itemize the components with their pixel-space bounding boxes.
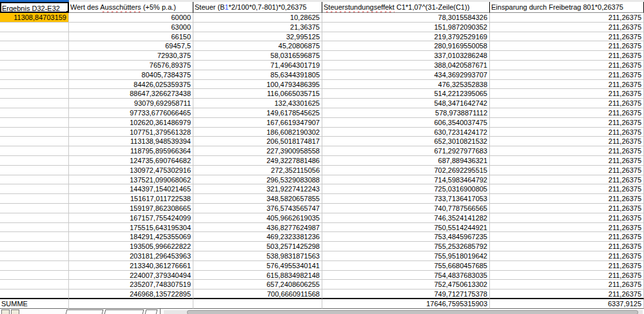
cell-value[interactable]: 434,3692993707 xyxy=(322,70,490,80)
cell-value[interactable]: 151,9872090352 xyxy=(322,23,490,32)
cell-value[interactable]: 246968,135722895 xyxy=(69,289,193,299)
cell-value[interactable]: 337,0103286248 xyxy=(322,51,490,61)
horizontal-scrollbar-thumb[interactable] xyxy=(187,310,638,314)
cell-value[interactable]: 755,2532685792 xyxy=(322,242,490,251)
cell-empty[interactable] xyxy=(0,204,69,213)
cell-value[interactable]: 578,9738871112 xyxy=(322,108,490,118)
cell-empty[interactable] xyxy=(0,232,69,242)
cell-value[interactable]: 80405,7384375 xyxy=(69,70,193,80)
cell-value[interactable]: 211,26375 xyxy=(490,23,644,32)
cell-value[interactable]: 615,8834982148 xyxy=(193,271,322,280)
cell-value[interactable]: 227,3900958558 xyxy=(193,146,322,156)
cell-value[interactable]: 211,26375 xyxy=(490,32,644,42)
cell-value[interactable]: 88647,3266273438 xyxy=(69,89,193,99)
cell-empty[interactable] xyxy=(0,23,69,32)
cell-value[interactable]: 725,0316900805 xyxy=(322,184,490,194)
cell-value[interactable]: 211,26375 xyxy=(490,137,644,146)
cell-empty[interactable] xyxy=(69,299,193,309)
cell-value[interactable]: 102620,361486979 xyxy=(69,118,193,128)
cell-value[interactable]: 576,4955340141 xyxy=(193,261,322,271)
cell-value[interactable]: 211,26375 xyxy=(490,89,644,99)
cell-value[interactable]: 144397,154021465 xyxy=(69,184,193,194)
cell-value[interactable]: 78,3015584326 xyxy=(322,13,490,23)
cell-value[interactable]: 167,6619347907 xyxy=(193,118,322,128)
cell-value[interactable]: 193505,996622822 xyxy=(69,242,193,251)
cell-value[interactable]: 107751,379561328 xyxy=(69,128,193,137)
cell-value[interactable]: 63000 xyxy=(69,23,193,32)
sheet-tab-scroll-button[interactable] xyxy=(1,309,10,314)
cell-value[interactable]: 184291,425355069 xyxy=(69,232,193,242)
cell-value[interactable]: 167157,755424099 xyxy=(69,213,193,223)
cell-stundung-header[interactable]: Steuerstundungseffekt C1*1,07^(31-Zeile(… xyxy=(322,2,490,13)
cell-value[interactable]: 211,26375 xyxy=(490,99,644,108)
cell-value[interactable]: 32,995125 xyxy=(193,32,322,42)
cell-value[interactable]: 130972,475302916 xyxy=(69,166,193,175)
cell-value[interactable]: 211,26375 xyxy=(490,80,644,90)
cell-value[interactable]: 137521,099068062 xyxy=(69,175,193,185)
cell-value[interactable]: 211,26375 xyxy=(490,146,644,156)
cell-value[interactable]: 657,2408606255 xyxy=(193,280,322,289)
cell-value[interactable]: 211,26375 xyxy=(490,280,644,289)
cell-value[interactable]: 60000 xyxy=(69,13,193,23)
cell-value[interactable]: 113138,948539394 xyxy=(69,137,193,146)
cell-value[interactable]: 606,3540037475 xyxy=(322,118,490,128)
sheet-tab[interactable] xyxy=(144,309,158,314)
sheet-tab-scroll-button[interactable] xyxy=(11,309,19,314)
cell-value[interactable]: 149,6178545625 xyxy=(193,108,322,118)
cell-value[interactable]: 211,26375 xyxy=(490,128,644,137)
cell-value[interactable]: 203181,296453963 xyxy=(69,251,193,261)
cell-value[interactable]: 211,26375 xyxy=(490,166,644,175)
cell-value[interactable]: 211,26375 xyxy=(490,108,644,118)
cell-value[interactable]: 753,4845967235 xyxy=(322,232,490,242)
cell-value[interactable]: 687,889436321 xyxy=(322,156,490,166)
cell-value[interactable]: 405,9662619035 xyxy=(193,213,322,223)
cell-value[interactable]: 211,26375 xyxy=(490,261,644,271)
cell-value[interactable]: 235207,748307519 xyxy=(69,280,193,289)
cell-value[interactable]: 211,26375 xyxy=(490,194,644,204)
cell-value[interactable]: 175515,643195304 xyxy=(69,223,193,233)
cell-value[interactable]: 211,26375 xyxy=(490,232,644,242)
cell-value[interactable]: 69457,5 xyxy=(69,41,193,51)
cell-empty[interactable] xyxy=(0,251,69,261)
cell-empty[interactable] xyxy=(0,80,69,90)
selection-fill-handle[interactable] xyxy=(66,10,69,13)
cell-value[interactable]: 750,5514244921 xyxy=(322,223,490,233)
cell-value[interactable]: 702,2692295515 xyxy=(322,166,490,175)
cell-value[interactable]: 630,7231424172 xyxy=(322,128,490,137)
cell-value[interactable]: 21,36375 xyxy=(193,23,322,32)
cell-value[interactable]: 280,9169550058 xyxy=(322,41,490,51)
cell-value[interactable]: 213340,361276661 xyxy=(69,261,193,271)
cell-empty[interactable] xyxy=(0,51,69,61)
cell-value[interactable]: 84426,025359375 xyxy=(69,80,193,90)
cell-value[interactable]: 211,26375 xyxy=(490,242,644,251)
cell-empty[interactable] xyxy=(0,223,69,233)
cell-empty[interactable] xyxy=(0,118,69,128)
cell-empty[interactable] xyxy=(0,32,69,42)
cell-empty[interactable] xyxy=(0,166,69,175)
cell-value[interactable]: 714,5983464792 xyxy=(322,175,490,185)
cell-value[interactable]: 76576,89375 xyxy=(69,61,193,70)
cell-value[interactable]: 272,352115056 xyxy=(193,166,322,175)
summe-einsparung-total[interactable]: 6337,9125 xyxy=(490,299,644,309)
cell-empty[interactable] xyxy=(0,271,69,280)
cell-value[interactable]: 58,0316596875 xyxy=(193,51,322,61)
cell-empty[interactable] xyxy=(0,184,69,194)
cell-value[interactable]: 321,9227412243 xyxy=(193,184,322,194)
sheet-tab[interactable] xyxy=(65,309,104,314)
cell-value[interactable]: 211,26375 xyxy=(490,184,644,194)
cell-value[interactable]: 116,0665035715 xyxy=(193,89,322,99)
cell-value[interactable]: 652,3010821532 xyxy=(322,137,490,146)
cell-value[interactable]: 224007,379340494 xyxy=(69,271,193,280)
cell-value[interactable]: 755,9518019642 xyxy=(322,251,490,261)
cell-value[interactable]: 206,5018174817 xyxy=(193,137,322,146)
cell-value[interactable]: 436,8277624987 xyxy=(193,223,322,233)
cell-value[interactable]: 211,26375 xyxy=(490,175,644,185)
cell-value[interactable]: 746,3524141282 xyxy=(322,213,490,223)
cell-value[interactable]: 348,5820657855 xyxy=(193,194,322,204)
cell-value[interactable]: 700,6660911568 xyxy=(193,289,322,299)
cell-empty[interactable] xyxy=(0,242,69,251)
cell-value[interactable]: 45,20806875 xyxy=(193,41,322,51)
cell-value[interactable]: 85,6344391805 xyxy=(193,70,322,80)
horizontal-scrollbar[interactable] xyxy=(164,310,643,314)
cell-value[interactable]: 151617,011722538 xyxy=(69,194,193,204)
